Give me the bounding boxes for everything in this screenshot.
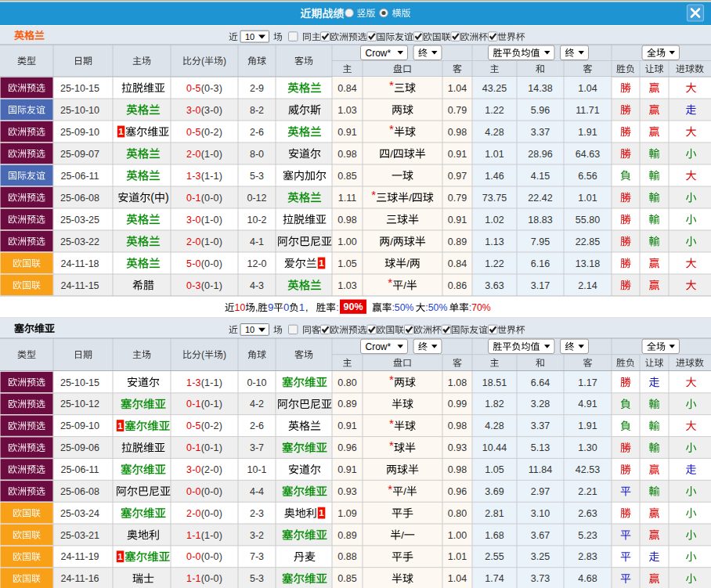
svg-text:0.80: 0.80 xyxy=(448,508,467,519)
svg-text:25-10-12: 25-10-12 xyxy=(60,399,99,409)
svg-text:1.11: 1.11 xyxy=(338,193,356,204)
svg-text:25-09-06: 25-09-06 xyxy=(60,442,99,453)
svg-text:0.98: 0.98 xyxy=(448,464,467,475)
svg-text:*: * xyxy=(389,122,394,135)
svg-text:25-03-24: 25-03-24 xyxy=(60,508,99,519)
svg-text::50%: :50% xyxy=(425,302,447,313)
svg-text:(0-1): (0-1) xyxy=(201,399,222,409)
svg-text:3.37: 3.37 xyxy=(531,420,550,431)
svg-text:0.98: 0.98 xyxy=(448,420,467,431)
svg-text:2.83: 2.83 xyxy=(578,551,597,562)
svg-text:(0-0): (0-0) xyxy=(201,573,222,584)
svg-text:*: * xyxy=(389,417,394,430)
svg-text:(2-0): (2-0) xyxy=(201,464,222,475)
svg-text::50%: :50% xyxy=(392,302,413,313)
svg-text:1.91: 1.91 xyxy=(578,420,597,431)
svg-text:4.68: 4.68 xyxy=(578,573,597,584)
svg-text:2-9: 2-9 xyxy=(250,83,264,94)
svg-text:1.68: 1.68 xyxy=(485,530,503,541)
svg-text:1.01: 1.01 xyxy=(485,149,503,160)
svg-text:2-0: 2-0 xyxy=(186,508,201,519)
svg-text:10.44: 10.44 xyxy=(482,442,507,453)
svg-text:4-1: 4-1 xyxy=(250,236,264,247)
svg-text:0-3: 0-3 xyxy=(186,280,201,291)
svg-text:1.13: 1.13 xyxy=(485,236,503,247)
svg-text:2.63: 2.63 xyxy=(578,508,597,519)
svg-text:3.73: 3.73 xyxy=(531,573,550,584)
svg-text:13.18: 13.18 xyxy=(576,258,600,269)
svg-text:1-1: 1-1 xyxy=(186,530,201,541)
svg-text:10: 10 xyxy=(235,302,246,313)
svg-text:42.53: 42.53 xyxy=(576,464,600,475)
svg-text:4.28: 4.28 xyxy=(485,127,503,138)
svg-text:5.96: 5.96 xyxy=(531,105,550,116)
svg-text:18.83: 18.83 xyxy=(528,215,552,225)
svg-text:3.10: 3.10 xyxy=(531,508,550,519)
svg-text:0.98: 0.98 xyxy=(337,215,356,225)
svg-text:1.02: 1.02 xyxy=(485,215,503,225)
svg-text:4.28: 4.28 xyxy=(485,420,503,431)
svg-text:6.64: 6.64 xyxy=(531,377,550,388)
svg-text:1.05: 1.05 xyxy=(337,258,356,269)
svg-text:2.81: 2.81 xyxy=(485,508,503,519)
svg-text:(: ( xyxy=(201,349,204,360)
svg-text:1.09: 1.09 xyxy=(337,508,356,519)
svg-text:(0-1): (0-1) xyxy=(201,280,222,291)
svg-text:): ) xyxy=(165,191,169,204)
svg-text:0.79: 0.79 xyxy=(448,105,467,116)
svg-text:(0-0): (0-0) xyxy=(201,193,222,204)
svg-text:25-06-11: 25-06-11 xyxy=(60,464,99,475)
svg-text:0.91: 0.91 xyxy=(448,149,467,160)
svg-text:2.21: 2.21 xyxy=(578,486,597,497)
svg-text:3-0: 3-0 xyxy=(186,105,201,116)
svg-text:25-03-22: 25-03-22 xyxy=(60,236,99,247)
svg-text:(1-1): (1-1) xyxy=(201,377,222,388)
svg-text:64.63: 64.63 xyxy=(576,149,600,160)
svg-text:0.96: 0.96 xyxy=(448,486,467,497)
svg-text:0.96: 0.96 xyxy=(337,442,356,453)
svg-text:0.93: 0.93 xyxy=(337,486,356,497)
svg-text:1.00: 1.00 xyxy=(448,530,467,541)
svg-text:(0-2): (0-2) xyxy=(201,420,222,431)
svg-text:0.84: 0.84 xyxy=(448,258,467,269)
svg-text:/: / xyxy=(403,280,406,291)
svg-text:4.15: 4.15 xyxy=(531,171,550,182)
svg-text:0.98: 0.98 xyxy=(448,127,467,138)
svg-text:3.17: 3.17 xyxy=(531,280,550,291)
svg-text:2-0: 2-0 xyxy=(186,149,201,160)
svg-text:1-3: 1-3 xyxy=(186,377,201,388)
svg-text:5-3: 5-3 xyxy=(250,573,264,584)
svg-text:0.85: 0.85 xyxy=(337,171,356,182)
svg-text:90%: 90% xyxy=(343,301,363,312)
svg-text:5-3: 5-3 xyxy=(250,171,264,182)
svg-text:Crow*: Crow* xyxy=(366,48,392,59)
svg-text:25-06-08: 25-06-08 xyxy=(60,486,99,497)
svg-text:10: 10 xyxy=(245,32,254,41)
svg-text:3-7: 3-7 xyxy=(250,442,264,453)
svg-text:3.25: 3.25 xyxy=(531,551,550,562)
svg-text:73.75: 73.75 xyxy=(482,193,507,204)
svg-text:(1-0): (1-0) xyxy=(201,149,222,160)
svg-text:55.80: 55.80 xyxy=(576,215,600,225)
svg-text:25-10-10: 25-10-10 xyxy=(60,105,99,116)
svg-text:10-2: 10-2 xyxy=(247,215,266,225)
svg-text:0.98: 0.98 xyxy=(337,149,356,160)
svg-text:10: 10 xyxy=(245,325,254,334)
svg-text:9: 9 xyxy=(268,301,273,313)
svg-text:3.37: 3.37 xyxy=(531,127,550,138)
svg-text:(: ( xyxy=(201,56,204,67)
svg-text:2.97: 2.97 xyxy=(531,486,550,497)
svg-text:4-4: 4-4 xyxy=(250,486,264,497)
svg-text:(0-0): (0-0) xyxy=(201,551,222,562)
svg-text:0.88: 0.88 xyxy=(337,551,356,562)
svg-text:0-5: 0-5 xyxy=(186,83,201,94)
svg-text:0.84: 0.84 xyxy=(337,83,356,94)
svg-text:1.30: 1.30 xyxy=(578,442,597,453)
svg-text:25-10-15: 25-10-15 xyxy=(60,377,99,388)
svg-text:5-0: 5-0 xyxy=(186,258,201,269)
svg-text:0.85: 0.85 xyxy=(337,573,356,584)
svg-text:(0-0): (0-0) xyxy=(201,508,222,519)
svg-text:0.80: 0.80 xyxy=(337,377,356,388)
svg-text:3.28: 3.28 xyxy=(531,399,550,409)
svg-text:1.01: 1.01 xyxy=(448,551,467,562)
